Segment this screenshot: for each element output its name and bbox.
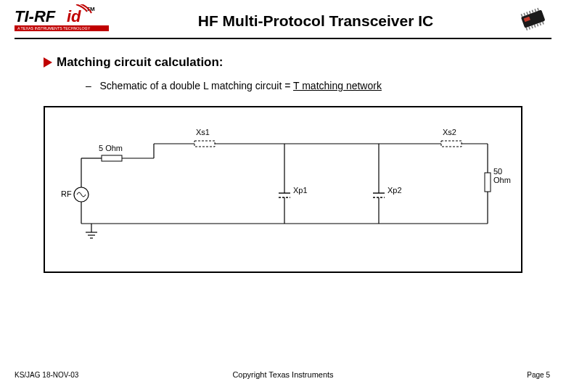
sub-bullet: – Schematic of a double L matching circu…: [86, 80, 522, 91]
sub-dash: –: [86, 80, 91, 91]
sub-underline: T matching network: [293, 80, 382, 91]
svg-rect-28: [441, 141, 462, 147]
label-rf: RF: [61, 189, 72, 198]
svg-text:A TEXAS INSTRUMENTS TECHNOLOGY: A TEXAS INSTRUMENTS TECHNOLOGY: [17, 26, 91, 30]
svg-line-13: [538, 8, 538, 11]
svg-line-8: [524, 13, 525, 16]
svg-rect-30: [485, 173, 491, 192]
slide-content: Matching circuit calculation: – Schemati…: [0, 39, 566, 273]
footer-center: Copyright Texas Instruments: [0, 370, 566, 379]
sub-pre: Schematic of a double L matching circuit…: [99, 80, 293, 91]
slide-header: TI-RF id TM A TEXAS INSTRUMENTS TECHNOLO…: [0, 0, 566, 38]
svg-text:TI-RF: TI-RF: [15, 7, 56, 25]
ti-rfid-logo-icon: TI-RF id TM A TEXAS INSTRUMENTS TECHNOLO…: [15, 4, 123, 35]
label-xs1: Xs1: [196, 128, 210, 136]
footer-right: Page 5: [527, 371, 550, 379]
svg-line-20: [543, 22, 544, 25]
svg-line-15: [529, 27, 530, 30]
svg-line-10: [530, 11, 530, 14]
svg-line-16: [532, 25, 533, 28]
label-load-r: 50 Ohm: [493, 167, 521, 184]
svg-line-11: [532, 10, 533, 13]
svg-line-14: [526, 28, 527, 30]
svg-line-19: [540, 23, 541, 25]
slide-title: HF Multi-Protocol Transceiver IC: [131, 12, 501, 30]
chip-icon: [501, 7, 551, 35]
svg-line-12: [535, 9, 536, 12]
bullet-text: Matching circuit calculation:: [57, 55, 223, 70]
svg-line-7: [521, 14, 522, 17]
label-xs2: Xs2: [443, 128, 456, 136]
svg-rect-22: [102, 155, 122, 161]
logo: TI-RF id TM A TEXAS INSTRUMENTS TECHNOLO…: [15, 4, 131, 38]
svg-line-9: [527, 12, 528, 15]
bullet-triangle-icon: [44, 57, 52, 68]
bullet-heading: Matching circuit calculation:: [44, 55, 522, 70]
svg-line-18: [537, 24, 538, 27]
label-xp1: Xp1: [293, 186, 308, 195]
svg-line-17: [534, 25, 535, 28]
label-src-r: 5 Ohm: [99, 144, 123, 152]
svg-text:id: id: [67, 7, 81, 25]
schematic-diagram: Xs1 Xs2 Xp1 Xp2 5 Ohm 50 Ohm RF: [44, 106, 522, 273]
svg-rect-27: [194, 141, 215, 147]
label-xp2: Xp2: [387, 186, 402, 195]
